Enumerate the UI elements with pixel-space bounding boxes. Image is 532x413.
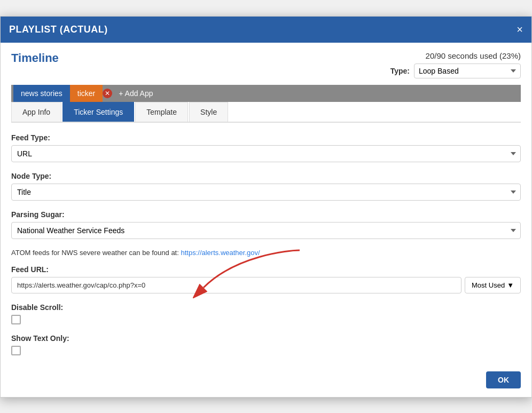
modal-close-button[interactable]: ×	[517, 24, 523, 35]
top-row: Timeline 20/90 seconds used (23%) Type: …	[11, 51, 521, 78]
modal-body: Timeline 20/90 seconds used (23%) Type: …	[1, 43, 531, 397]
app-tab-ticker-close[interactable]: ✕	[103, 89, 112, 98]
app-tab-news-stories[interactable]: news stories	[13, 85, 70, 102]
feed-url-group: Feed URL: Most Used ▼	[11, 265, 521, 293]
app-tab-news-stories-label: news stories	[21, 89, 62, 98]
parsing-sugar-label: Parsing Sugar:	[11, 210, 521, 219]
disable-scroll-label: Disable Scroll:	[11, 303, 521, 312]
app-tabs-bar: news stories ticker ✕ + Add App	[11, 85, 521, 102]
seconds-used: 20/90 seconds used (23%)	[426, 51, 521, 60]
show-text-only-group: Show Text Only:	[11, 334, 521, 355]
parsing-sugar-select[interactable]: National Weather Service Feeds Custom No…	[11, 222, 521, 239]
tab-template[interactable]: Template	[135, 102, 188, 122]
playlist-modal: PLAYLIST (ACTUAL) × Timeline 20/90 secon…	[0, 16, 532, 398]
disable-scroll-row	[11, 315, 521, 324]
tab-app-info[interactable]: App Info	[11, 102, 61, 122]
feed-type-group: Feed Type: URL Manual File	[11, 133, 521, 162]
feed-type-select[interactable]: URL Manual File	[11, 145, 521, 162]
feed-url-label: Feed URL:	[11, 265, 521, 274]
type-row: Type: Loop Based Time Based Manual	[390, 63, 521, 78]
feed-type-label: Feed Type:	[11, 133, 521, 142]
node-type-select[interactable]: Title Description Link	[11, 184, 521, 201]
tab-ticker-settings[interactable]: Ticker Settings	[62, 102, 134, 122]
type-select[interactable]: Loop Based Time Based Manual	[414, 63, 521, 78]
most-used-label: Most Used	[472, 281, 505, 289]
atom-info: ATOM feeds for NWS severe weather can be…	[11, 249, 521, 257]
top-right: 20/90 seconds used (23%) Type: Loop Base…	[390, 51, 521, 78]
show-text-only-row	[11, 346, 521, 355]
timeline-title: Timeline	[11, 51, 59, 65]
tab-style[interactable]: Style	[189, 102, 228, 122]
app-tab-ticker[interactable]: ticker	[70, 85, 103, 102]
show-text-only-checkbox[interactable]	[11, 346, 21, 355]
settings-tabs: App Info Ticker Settings Template Style	[11, 102, 521, 123]
modal-title: PLAYLIST (ACTUAL)	[9, 24, 108, 35]
modal-header: PLAYLIST (ACTUAL) ×	[1, 17, 531, 43]
feed-url-row: Most Used ▼	[11, 277, 521, 293]
atom-info-text: ATOM feeds for NWS severe weather can be…	[11, 249, 179, 257]
type-label: Type:	[390, 67, 410, 75]
feed-url-input[interactable]	[11, 277, 461, 293]
node-type-label: Node Type:	[11, 172, 521, 180]
app-tab-ticker-label: ticker	[77, 89, 95, 98]
most-used-chevron-icon: ▼	[507, 281, 514, 289]
node-type-group: Node Type: Title Description Link	[11, 172, 521, 201]
ok-button[interactable]: OK	[486, 371, 521, 388]
add-app-button[interactable]: + Add App	[112, 85, 159, 102]
show-text-only-label: Show Text Only:	[11, 334, 521, 343]
disable-scroll-checkbox[interactable]	[11, 315, 21, 324]
parsing-sugar-group: Parsing Sugar: National Weather Service …	[11, 210, 521, 239]
atom-info-link[interactable]: https://alerts.weather.gov/	[181, 249, 260, 257]
disable-scroll-group: Disable Scroll:	[11, 303, 521, 324]
most-used-button[interactable]: Most Used ▼	[465, 277, 521, 293]
